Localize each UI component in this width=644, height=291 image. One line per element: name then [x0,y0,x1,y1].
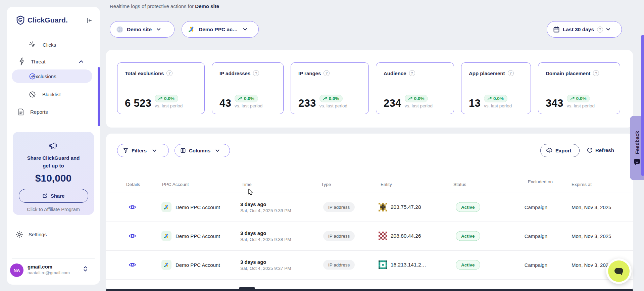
date-range-dropdown[interactable]: Last 30 days [547,21,622,38]
share-button[interactable]: Share [19,189,88,203]
google-ads-icon [188,26,195,33]
refresh-icon [587,147,593,153]
sidebar-item-threat[interactable]: Threat [7,55,100,67]
sidebar-scrollbar-thumb[interactable] [98,67,100,126]
sidebar-item-reports[interactable]: Reports [7,106,100,118]
columns-dropdown[interactable]: Columns [175,144,230,157]
expires-at-value: Mon, Nov 3, 2025 [572,204,611,210]
megaphone-icon [48,141,58,151]
column-header-ppc-account[interactable]: PPC Account [162,182,189,187]
help-icon[interactable] [597,27,603,33]
columns-icon [180,148,186,153]
cursor-click-icon [29,41,37,49]
column-header-time[interactable]: Time [242,182,252,187]
sidebar-item-settings[interactable]: Settings [7,228,100,241]
help-icon[interactable] [324,70,330,76]
trend-up-icon [488,97,492,100]
stats-panel: Total exclusions 6 523 0.0% vs. last per… [106,50,633,128]
stat-period: vs. last period [155,103,183,108]
ppc-account-selector-dropdown[interactable]: Demo PPC ac… [182,21,259,38]
sidebar-item-label: Threat [31,59,45,64]
view-details-eye-icon[interactable] [129,233,136,239]
stat-value: 233 [298,98,316,108]
expand-up-down-icon[interactable] [83,266,88,272]
table-row: Demo PPC Account 3 days ago Sat, Oct 4, … [106,222,633,251]
help-icon[interactable] [409,70,415,76]
filters-label: Filters [132,148,147,153]
affiliate-promo-card[interactable]: Share ClickGuard and get up to $10,000 S… [13,132,94,215]
help-icon[interactable] [253,70,259,76]
calendar-icon [553,26,560,33]
status-badge: Active [456,231,480,241]
chevron-down-icon [215,149,219,152]
column-header-details[interactable]: Details [126,182,140,187]
gear-icon [15,231,23,238]
column-header-type[interactable]: Type [321,182,331,187]
stat-label: IP ranges [298,70,321,76]
sidebar-item-blacklist[interactable]: Blacklist [7,88,100,100]
column-header-expires-at[interactable]: Expires at [572,182,592,187]
feedback-chat-icon [634,159,640,165]
column-header-excluded-on[interactable]: Excluded on [511,179,553,185]
expires-at-value: Mon, Nov 3, 2025 [572,233,611,239]
stat-change: 0.0% [576,96,587,101]
date-range-value: Last 30 days [563,27,594,33]
help-icon[interactable] [593,70,599,76]
exclusions-table-panel: Filters Columns Export Refresh Details P… [106,134,633,291]
stat-change: 0.0% [244,96,254,101]
stat-period: vs. last period [235,103,262,108]
column-header-entity[interactable]: Entity [381,182,392,187]
excluded-on-value: Campaign [511,233,547,239]
table-horizontal-scrollbar[interactable] [106,289,633,291]
view-details-eye-icon[interactable] [129,262,136,268]
filters-dropdown[interactable]: Filters [117,144,169,157]
sidebar-item-label: Settings [29,232,47,237]
stat-period: vs. last period [405,103,433,108]
column-header-status[interactable]: Status [453,182,466,187]
promo-text-line1: Share ClickGuard and [27,154,80,162]
stat-value: 343 [546,98,563,108]
table-row: Demo PPC Account 3 days ago Sat, Oct 4, … [106,250,633,280]
stat-change: 0.0% [414,96,425,101]
export-button[interactable]: Export [540,144,580,157]
ppc-account-selector-value: Demo PPC ac… [199,27,238,33]
subtitle-site-name: Demo site [195,3,219,9]
stat-card-audience: Audience 234 0.0% vs. last period [376,62,454,114]
table-row: Demo PPC Account 3 days ago Sat, Oct 4, … [106,193,633,222]
stat-card-domain-placement: Domain placement 343 0.0% vs. last perio… [538,62,620,114]
refresh-label: Refresh [595,147,614,153]
help-icon[interactable] [508,70,514,76]
chevron-up-icon[interactable] [79,60,84,63]
chevron-down-icon [152,149,156,152]
affiliate-program-link[interactable]: Click to Affiliate Program [27,207,80,212]
stat-period: vs. last period [319,103,347,108]
subtitle-prefix: Realtime logs of protective actions for [110,3,194,9]
type-badge: IP address [323,231,355,241]
stat-label: Total exclusions [125,70,164,76]
promo-text-line2: get up to [43,162,64,169]
stat-label: IP addresses [219,70,250,76]
page-subtitle: Realtime logs of protective actions for … [110,3,219,9]
view-details-eye-icon[interactable] [129,204,136,210]
refresh-button[interactable]: Refresh [587,147,614,153]
sidebar-item-label: Blacklist [42,92,61,97]
help-icon[interactable] [166,70,172,76]
site-selector-dropdown[interactable]: Demo site [110,21,175,38]
chat-launcher-button[interactable] [606,258,632,284]
stat-value: 6 523 [125,98,151,108]
trend-up-icon [323,97,327,100]
google-ads-icon [161,260,171,270]
entity-identicon [379,260,387,269]
stat-change: 0.0% [493,96,504,101]
sidebar-item-exclusions[interactable]: Exclusions [12,69,92,83]
sidebar-divider [12,258,95,259]
status-badge: Active [456,260,480,270]
entity-identicon [379,203,387,211]
expires-at-value: Mon, Nov 3, 2025 [572,262,611,268]
table-header-row: Details PPC Account Time Type Entity Sta… [106,178,633,193]
time-absolute: Sat, Oct 4, 2025 9:37 PM [240,266,291,271]
user-account-menu[interactable]: NA gmail.com naatali.ro@gmail.com [7,262,100,281]
collapse-sidebar-icon[interactable] [86,17,93,24]
page-scrollbar-thumb[interactable] [641,35,644,176]
sidebar-item-clicks[interactable]: Clicks [7,39,100,51]
